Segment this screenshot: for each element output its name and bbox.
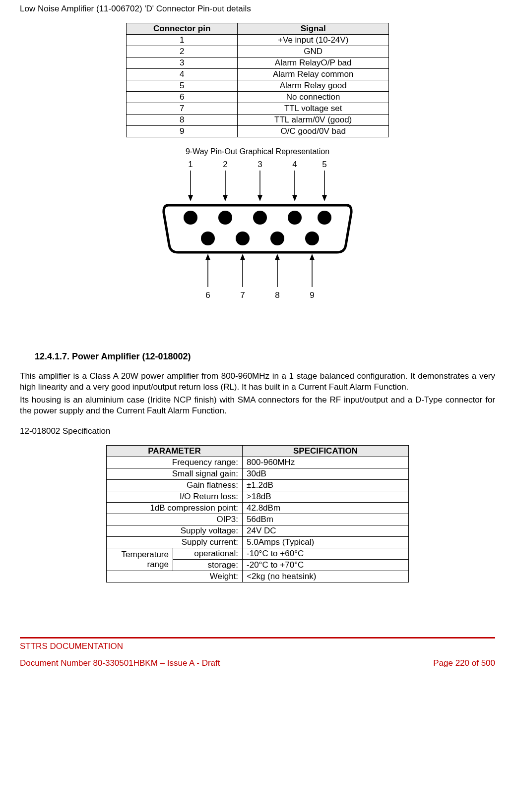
table-row: 3Alarm RelayO/P bad (127, 58, 389, 69)
svg-marker-3 (223, 195, 227, 200)
pin-cell: 8 (127, 115, 238, 126)
val-cell: ±1.2dB (243, 480, 409, 491)
pin-label: 3 (258, 160, 262, 169)
pin-label: 9 (310, 290, 314, 300)
table-row: 1+Ve input (10-24V) (127, 35, 389, 46)
table-row: Frequency range:800-960MHz (107, 457, 409, 468)
pin-cell: 3 (127, 58, 238, 69)
connector-pin-icon (184, 211, 197, 225)
signal-cell: O/C good/0V bad (238, 126, 389, 137)
connector-pin-icon (253, 211, 267, 225)
table-row: 9O/C good/0V bad (127, 126, 389, 137)
pinout-header-signal: Signal (238, 23, 389, 35)
val-cell: >18dB (243, 491, 409, 503)
table-row: Temperature range operational: -10°C to … (107, 548, 409, 560)
param-cell: Small signal gain: (107, 468, 243, 480)
signal-cell: TTL voltage set (238, 103, 389, 115)
svg-marker-7 (293, 195, 297, 200)
table-row: I/O Return loss:>18dB (107, 491, 409, 503)
pin-label: 1 (188, 160, 193, 169)
pin-cell: 4 (127, 69, 238, 80)
connector-pin-icon (236, 232, 250, 245)
param-cell: Gain flatness: (107, 480, 243, 491)
table-row: Weight:<2kg (no heatsink) (107, 571, 409, 582)
connector-pin-icon (270, 232, 284, 245)
table-row: Supply voltage:24V DC (107, 525, 409, 537)
param-cell: 1dB compression point: (107, 503, 243, 514)
signal-cell: GND (238, 46, 389, 58)
pin-label: 6 (205, 290, 210, 300)
table-row: OIP3:56dBm (107, 514, 409, 525)
table-row: 5Alarm Relay good (127, 80, 389, 92)
param-cell: Frequency range: (107, 457, 243, 468)
body-paragraph: Its housing is an aluminium case (Iridit… (20, 395, 495, 416)
svg-marker-17 (310, 255, 314, 260)
table-row: 6No connection (127, 92, 389, 103)
pin-label: 7 (240, 290, 245, 300)
pin-cell: 7 (127, 103, 238, 115)
spec-header-param: PARAMETER (107, 446, 243, 457)
svg-marker-1 (189, 195, 193, 200)
pin-label: 5 (322, 160, 326, 169)
pin-cell: 1 (127, 35, 238, 46)
svg-marker-13 (241, 255, 245, 260)
pin-label: 4 (292, 160, 297, 169)
val-cell: 800-960MHz (243, 457, 409, 468)
footer-doc-number: Document Number 80-330501HBKM – Issue A … (20, 658, 220, 668)
connector-caption: 9-Way Pin-Out Graphical Representation (20, 147, 495, 156)
table-row: Supply current:5.0Amps (Typical) (107, 537, 409, 548)
pinout-table: Connector pin Signal 1+Ve input (10-24V)… (126, 23, 389, 137)
signal-cell: No connection (238, 92, 389, 103)
table-row: 1dB compression point:42.8dBm (107, 503, 409, 514)
param-sub-cell: storage: (173, 560, 242, 571)
val-cell: <2kg (no heatsink) (243, 571, 409, 582)
pin-cell: 9 (127, 126, 238, 137)
table-row: Gain flatness:±1.2dB (107, 480, 409, 491)
table-row: 7TTL voltage set (127, 103, 389, 115)
param-cell: Weight: (107, 571, 243, 582)
table-row: 8TTL alarm/0V (good) (127, 115, 389, 126)
svg-marker-5 (258, 195, 262, 200)
val-cell: 56dBm (243, 514, 409, 525)
spec-header-val: SPECIFICATION (243, 446, 409, 457)
val-cell: 30dB (243, 468, 409, 480)
table-row: 4Alarm Relay common (127, 69, 389, 80)
spec-table: PARAMETER SPECIFICATION Frequency range:… (106, 445, 409, 582)
spec-title: 12-018002 Specification (20, 426, 495, 436)
connector-pin-icon (218, 211, 232, 225)
section-heading: 12.4.1.7. Power Amplifier (12-018002) (35, 351, 495, 362)
footer-page-number: Page 220 of 500 (433, 658, 495, 668)
val-cell: -10°C to +60°C (243, 548, 409, 560)
signal-cell: +Ve input (10-24V) (238, 35, 389, 46)
signal-cell: Alarm RelayO/P bad (238, 58, 389, 69)
signal-cell: TTL alarm/0V (good) (238, 115, 389, 126)
pinout-header-pin: Connector pin (127, 23, 238, 35)
val-cell: 24V DC (243, 525, 409, 537)
footer-separator (20, 637, 495, 638)
footer-title: STTRS DOCUMENTATION (20, 641, 495, 651)
val-cell: 5.0Amps (Typical) (243, 537, 409, 548)
table-row: Small signal gain:30dB (107, 468, 409, 480)
svg-marker-9 (322, 195, 326, 200)
param-cell: Supply current: (107, 537, 243, 548)
pin-cell: 2 (127, 46, 238, 58)
pin-label: 8 (275, 290, 279, 300)
table-row: 2GND (127, 46, 389, 58)
svg-marker-15 (275, 255, 279, 260)
param-group-cell: Temperature range (107, 548, 173, 571)
val-cell: -20°C to +70°C (243, 560, 409, 571)
signal-cell: Alarm Relay good (238, 80, 389, 92)
connector-pin-icon (201, 232, 215, 245)
pin-cell: 6 (127, 92, 238, 103)
connector-pin-icon (288, 211, 302, 225)
param-cell: I/O Return loss: (107, 491, 243, 503)
connector-pin-icon (305, 232, 319, 245)
param-sub-cell: operational: (173, 548, 242, 560)
db9-connector-diagram: 1 2 3 4 5 (153, 158, 362, 307)
val-cell: 42.8dBm (243, 503, 409, 514)
body-paragraph: This amplifier is a Class A 20W power am… (20, 371, 495, 393)
page-title: Low Noise Amplifier (11-006702) 'D' Conn… (20, 4, 495, 14)
signal-cell: Alarm Relay common (238, 69, 389, 80)
svg-marker-11 (206, 255, 210, 260)
param-cell: OIP3: (107, 514, 243, 525)
